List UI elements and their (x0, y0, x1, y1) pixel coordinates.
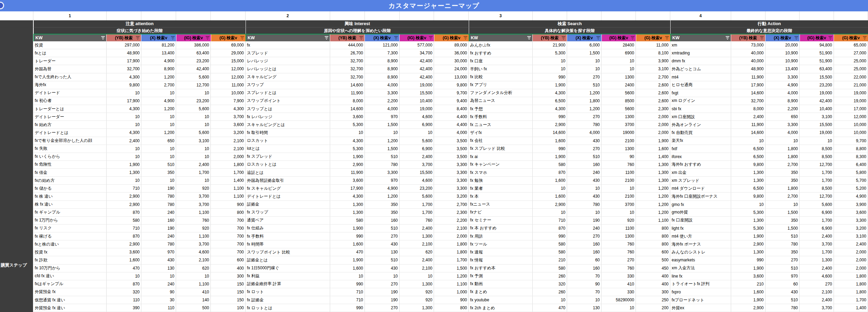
ig-value-cell[interactable]: 5,600 (176, 129, 211, 136)
kw-cell[interactable]: ファンダメンタル分析 (469, 89, 533, 97)
ig-value-cell[interactable]: 2100 (601, 177, 636, 184)
g-value-cell[interactable]: 2,000 (211, 153, 246, 160)
g-value-cell[interactable]: 29,000 (211, 49, 246, 57)
x-value-cell[interactable]: 3,300 (766, 73, 800, 81)
yb-value-cell[interactable]: 73,000 (731, 41, 766, 49)
g-value-cell[interactable]: 2,300 (636, 105, 670, 113)
g-value-cell[interactable]: 2,600 (636, 97, 670, 105)
kw-cell[interactable]: fx 本 おすすめ (469, 225, 533, 232)
ig-value-cell[interactable]: 1300 (601, 73, 636, 81)
g-value-cell[interactable]: 900 (434, 296, 469, 304)
yb-value-cell[interactable]: 10 (533, 57, 567, 65)
kw-cell[interactable]: スプレッドとは (246, 89, 330, 97)
g-value-cell[interactable]: 8,300 (834, 153, 868, 160)
g-value-cell[interactable]: 8,800 (834, 145, 868, 153)
kw-cell[interactable]: fx 用語 (469, 232, 533, 240)
kw-cell[interactable]: スキャルピングとは (246, 121, 330, 128)
x-value-cell[interactable]: 430 (365, 240, 400, 248)
kw-header-cell[interactable]: KW (246, 34, 330, 41)
kw-cell[interactable]: 海外fx ボーナス (670, 240, 731, 248)
g-value-cell[interactable]: 2,200 (434, 217, 469, 224)
kw-cell[interactable]: スワップポイント 比較 (246, 248, 330, 256)
kw-header-cell[interactable]: KW (670, 34, 731, 41)
ig-value-cell[interactable]: 23,200 (400, 185, 434, 192)
g-value-cell[interactable]: 1,200 (636, 209, 670, 216)
x-value-cell[interactable]: 780 (766, 240, 800, 248)
x-value-cell[interactable]: 350 (141, 169, 176, 176)
g-value-cell[interactable]: 400 (636, 272, 670, 280)
x-value-cell[interactable]: 10 (141, 121, 176, 128)
kw-cell[interactable]: スワップ (246, 81, 330, 89)
yb-value-cell[interactable]: 14,600 (330, 105, 365, 113)
kw-cell[interactable]: fx 儲かる (33, 185, 107, 192)
kw-cell[interactable]: 外貨預金 fx 違い (33, 304, 107, 312)
x-value-cell[interactable]: 350 (766, 217, 800, 224)
x-value-cell[interactable]: 650 (141, 137, 176, 145)
g-value-cell[interactable]: 600 (211, 256, 246, 264)
x-value-cell[interactable]: 90 (567, 280, 601, 288)
yb-value-cell[interactable]: 9,800 (731, 161, 766, 168)
yb-value-cell[interactable]: 580 (107, 217, 141, 224)
filter-icon[interactable] (240, 36, 244, 40)
ig-value-cell[interactable]: 34,700 (400, 49, 434, 57)
x-value-cell[interactable]: 510 (766, 232, 800, 240)
kw-cell[interactable]: fx 速報 (469, 248, 533, 256)
x-value-cell[interactable]: 2,700 (141, 81, 176, 89)
x-value-cell[interactable]: 8,900 (766, 97, 800, 105)
kw-cell[interactable]: fx キャンペーン (469, 161, 533, 168)
kw-cell[interactable]: デイトレードとは (246, 193, 330, 200)
kw-cell[interactable]: fxの始め方 (33, 177, 107, 184)
x-value-cell[interactable]: 350 (766, 177, 800, 184)
x-value-cell[interactable]: 70 (567, 288, 601, 296)
yb-value-cell[interactable]: 710 (330, 288, 365, 296)
yb-value-cell[interactable]: 990 (533, 145, 567, 153)
ig-value-cell[interactable]: 2,100 (800, 288, 834, 296)
kw-cell[interactable]: fx 株 違い (33, 193, 107, 200)
x-value-cell[interactable]: 3,300 (365, 169, 400, 176)
ig-value-cell[interactable]: 1,700 (800, 217, 834, 224)
ig-value-cell[interactable]: 58290000 (601, 296, 636, 304)
g-value-cell[interactable]: 1,700 (834, 296, 868, 304)
g-value-cell[interactable]: 250 (636, 296, 670, 304)
ig-value-cell[interactable]: 19,000 (800, 89, 834, 97)
g-value-cell[interactable]: 69,000 (211, 41, 246, 49)
kw-cell[interactable]: fx 借金 (33, 169, 107, 176)
kw-cell[interactable]: easymarkets (670, 256, 731, 264)
kw-cell[interactable]: fx (246, 41, 330, 49)
ig-value-cell[interactable]: 2,400 (400, 225, 434, 232)
x-value-cell[interactable]: 10 (141, 177, 176, 184)
x-value-cell[interactable]: 510 (766, 296, 800, 304)
ig-value-cell[interactable]: 760 (601, 161, 636, 168)
x-value-cell[interactable]: 1,500 (567, 49, 601, 57)
x-value-cell[interactable]: 270 (365, 304, 400, 312)
ig-value-cell[interactable]: 2400 (601, 81, 636, 89)
g-value-cell[interactable]: 1,000 (434, 288, 469, 296)
ig-value-cell[interactable]: 23,200 (176, 57, 211, 65)
yb-value-cell[interactable]: 14,600 (533, 129, 567, 136)
ig-value-cell[interactable]: 10 (601, 65, 636, 73)
x-value-cell[interactable]: 970 (365, 113, 400, 121)
kw-cell[interactable]: fx 2ch まとめ (469, 304, 533, 312)
ig-value-cell[interactable]: 920 (400, 288, 434, 296)
ig-value-cell[interactable]: 12,700 (176, 81, 211, 89)
g-value-cell[interactable]: 4,900 (834, 193, 868, 200)
ig-value-cell[interactable]: 140 (176, 296, 211, 304)
ig-value-cell[interactable]: 15,500 (800, 73, 834, 81)
kw-cell[interactable]: 為替ニュース (469, 97, 533, 105)
x-value-cell[interactable]: 10 (567, 209, 601, 216)
ig-value-cell[interactable]: 760 (601, 264, 636, 272)
yb-value-cell[interactable]: 4,300 (107, 105, 141, 113)
x-value-cell[interactable]: 2,700 (766, 161, 800, 168)
yb-value-cell[interactable]: 10 (107, 113, 141, 121)
ig-value-cell[interactable]: 19,000 (800, 129, 834, 136)
x-value-cell[interactable]: 10 (141, 113, 176, 121)
ig-value-cell[interactable]: 2,100 (400, 240, 434, 248)
kw-cell[interactable]: gmo外貨 (670, 209, 731, 216)
filter-icon[interactable] (760, 36, 764, 40)
x-header-chip[interactable]: (X) 検索v (567, 34, 601, 41)
kw-cell[interactable]: トレーダー (33, 57, 107, 65)
kw-cell[interactable]: ザイfx (469, 129, 533, 136)
kw-cell[interactable]: fx 仕組み (246, 225, 330, 232)
ig-value-cell[interactable]: 1,700 (400, 201, 434, 208)
g-value-cell[interactable]: 8,400 (434, 105, 469, 113)
